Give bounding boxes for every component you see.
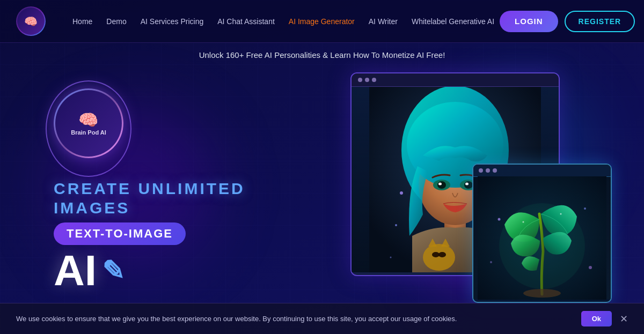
svg-point-25	[584, 207, 586, 210]
cookie-close-button[interactable]: ✕	[620, 313, 628, 325]
cookie-ok-button[interactable]: Ok	[581, 311, 612, 326]
hero-headline-line2: IMAGES	[54, 197, 308, 218]
device-bar-main	[352, 73, 559, 87]
svg-point-27	[490, 261, 492, 263]
svg-point-16	[400, 191, 403, 195]
navbar: 🧠 Home Demo AI Services Pricing AI Chat …	[0, 0, 644, 43]
device-bar-secondary	[473, 165, 611, 177]
svg-point-26	[589, 266, 592, 269]
nav-home[interactable]: Home	[67, 14, 98, 29]
svg-point-11	[423, 244, 455, 271]
login-button[interactable]: LOGIN	[500, 11, 558, 32]
nav-links: Home Demo AI Services Pricing AI Chat As…	[67, 14, 500, 29]
logo[interactable]: 🧠	[16, 6, 46, 36]
hero-right	[308, 72, 612, 314]
dot-s2	[486, 168, 490, 173]
logo-circle: 🧠	[16, 6, 46, 36]
dot-s3	[493, 168, 497, 173]
nav-ai-chat-assistant[interactable]: AI Chat Assistant	[212, 14, 280, 29]
hero-section: 🧠 Brain Pod AI CREATE UNLIMITED IMAGES T…	[0, 67, 644, 314]
dot-s1	[479, 168, 483, 173]
svg-point-28	[523, 221, 524, 223]
svg-point-7	[437, 181, 446, 189]
banner-text: Unlock 160+ Free AI Personalities & Lear…	[199, 50, 445, 60]
cookie-bar: We use cookies to ensure that we give yo…	[0, 303, 644, 334]
logo-icon: 🧠	[24, 15, 38, 28]
nav-whitelabel-generative-ai[interactable]: Whitelabel Generative AI	[406, 14, 500, 29]
hero-headline-line1: CREATE UNLIMITED	[54, 180, 308, 197]
dot-1	[358, 78, 362, 82]
brand-circle-inner: 🧠 Brain Pod AI	[71, 110, 106, 136]
nav-ai-image-generator[interactable]: AI Image Generator	[283, 14, 360, 29]
brand-circle-wrapper: 🧠 Brain Pod AI	[54, 88, 123, 169]
svg-point-10	[465, 183, 469, 185]
device-content-secondary	[473, 177, 611, 299]
plant-svg	[478, 176, 606, 300]
svg-point-29	[560, 213, 562, 215]
nav-ai-services-pricing[interactable]: AI Services Pricing	[135, 14, 209, 29]
brand-circle-text: Brain Pod AI	[71, 129, 106, 136]
svg-point-17	[395, 224, 397, 226]
text-to-image-badge: TEXT-TO-IMAGE	[54, 222, 186, 245]
register-button[interactable]: REGISTER	[565, 11, 635, 32]
hero-cursor-icon: ✎	[102, 255, 125, 286]
top-banner: Unlock 160+ Free AI Personalities & Lear…	[0, 43, 644, 67]
svg-point-9	[438, 183, 442, 185]
device-secondary	[472, 164, 612, 303]
hero-ai-text: AI	[54, 249, 97, 292]
hero-left: 🧠 Brain Pod AI CREATE UNLIMITED IMAGES T…	[54, 72, 308, 292]
svg-point-14	[432, 252, 440, 257]
brand-brain-icon: 🧠	[71, 110, 106, 129]
dot-2	[365, 78, 369, 82]
svg-point-23	[523, 289, 561, 298]
nav-ai-writer[interactable]: AI Writer	[363, 14, 403, 29]
svg-point-15	[438, 252, 446, 257]
svg-point-20	[390, 257, 391, 258]
dot-3	[372, 78, 376, 82]
nav-demo[interactable]: Demo	[101, 14, 131, 29]
badge-label: TEXT-TO-IMAGE	[67, 227, 173, 240]
cookie-text: We use cookies to ensure that we give yo…	[16, 315, 581, 323]
svg-point-8	[464, 181, 473, 189]
svg-point-24	[498, 218, 501, 221]
nav-buttons: LOGIN REGISTER	[500, 11, 635, 32]
